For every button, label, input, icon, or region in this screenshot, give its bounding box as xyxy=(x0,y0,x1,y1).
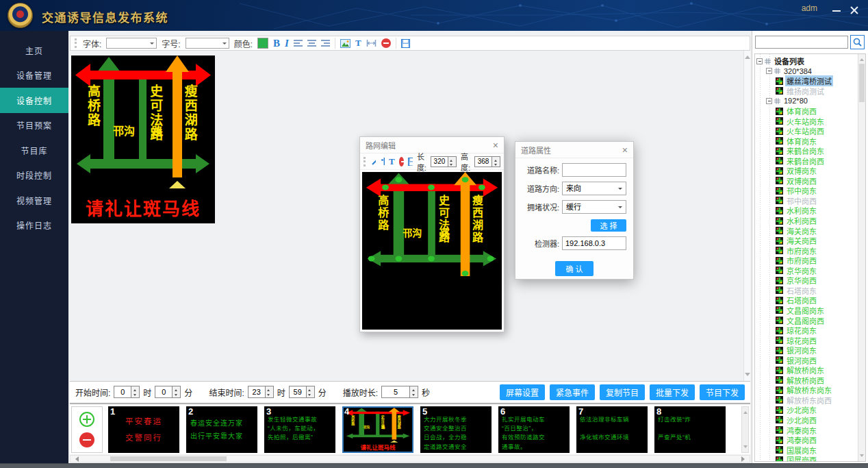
tree-row[interactable]: 海关岗西 xyxy=(755,236,865,246)
tree-row[interactable]: 水利岗西 xyxy=(755,216,865,226)
tree-row[interactable]: 石塔岗东 xyxy=(755,286,865,296)
window-minimize-button[interactable] xyxy=(831,5,842,16)
sidebar-item[interactable]: 节目预案 xyxy=(0,113,68,138)
tree-row[interactable]: 琼花岗东 xyxy=(755,325,865,336)
text-tool-icon[interactable]: T xyxy=(389,156,395,167)
height-spin-buttons[interactable] xyxy=(492,156,500,167)
roadnet-sign-preview[interactable]: 高桥路 史可法路 瘦西湖路 邗沟 路 请礼让斑马线 xyxy=(362,172,502,306)
draw-line-icon[interactable] xyxy=(371,157,376,166)
scrollbar-thumb[interactable] xyxy=(110,456,227,461)
led-sign-preview[interactable]: 高桥路 史可法路 瘦西湖路 邗沟 路 请礼让斑马线 xyxy=(71,56,215,223)
search-button[interactable] xyxy=(850,35,865,49)
start-hour-spin-buttons[interactable] xyxy=(131,386,140,398)
tree-row[interactable]: 解放桥东岗西 xyxy=(755,395,865,406)
tree-row[interactable]: 沙北岗东 xyxy=(755,405,865,415)
tree-row[interactable]: 文昌阁岗西 xyxy=(755,315,865,325)
scroll-down-icon[interactable] xyxy=(860,454,864,459)
start-minute-input[interactable] xyxy=(155,386,173,398)
tree-row[interactable]: 国展岗西 xyxy=(755,455,865,462)
tree-row[interactable]: 文昌阁岗东 xyxy=(755,306,865,316)
window-close-button[interactable] xyxy=(849,5,860,16)
spacing-icon[interactable] xyxy=(366,39,376,47)
playlist-item-selected[interactable]: 4 xyxy=(342,406,413,453)
color-swatch[interactable] xyxy=(257,38,268,49)
playlist-item[interactable]: 8 打击改装“炸 严查严处“机 xyxy=(654,406,726,453)
align-right-icon[interactable] xyxy=(321,40,330,47)
insert-text-icon[interactable]: T xyxy=(355,38,361,49)
dialog-titlebar[interactable]: 路网编辑 × xyxy=(360,137,504,153)
canvas-vertical-scrollbar[interactable] xyxy=(743,51,750,381)
sidebar-item[interactable]: 设备管理 xyxy=(0,63,68,88)
bold-button[interactable]: B xyxy=(273,38,280,49)
duration-spin-buttons[interactable] xyxy=(410,386,418,398)
scroll-up-icon[interactable] xyxy=(745,53,750,59)
toolbar-grip[interactable] xyxy=(363,157,366,167)
confirm-button[interactable]: 确 认 xyxy=(555,261,593,276)
tree-row[interactable]: 水利岗东 xyxy=(755,206,865,216)
logged-in-user[interactable]: adm xyxy=(802,3,817,13)
design-canvas[interactable]: 高桥路 史可法路 瘦西湖路 邗沟 路 请礼让斑马线 路网编辑 × T xyxy=(70,51,750,381)
roadnet-canvas[interactable]: 高桥路 史可法路 瘦西湖路 邗沟 路 请礼让斑马线 xyxy=(362,172,502,330)
tree-row[interactable]: 邗中岗东 xyxy=(755,186,865,196)
device-search-input[interactable] xyxy=(755,36,848,49)
action-button[interactable]: 屏幕设置 xyxy=(500,384,545,400)
scroll-down-icon[interactable] xyxy=(743,445,748,450)
tree-row[interactable]: 沙北岗西 xyxy=(755,415,865,426)
tree-row[interactable]: 琼花岗西 xyxy=(755,335,865,345)
font-family-select[interactable] xyxy=(106,38,157,49)
tree-row[interactable]: 海关岗东 xyxy=(755,225,865,236)
save-icon[interactable] xyxy=(401,39,410,48)
tree-row[interactable]: 维扬岗测试 xyxy=(755,86,865,97)
tree-row[interactable]: 火车站岗东 xyxy=(755,116,865,126)
tree-row[interactable]: 市府岗东 xyxy=(755,245,865,256)
tree-row[interactable]: 体育岗东 xyxy=(755,136,865,146)
sidebar-item[interactable]: 操作日志 xyxy=(0,213,68,238)
add-item-button[interactable] xyxy=(79,412,94,427)
toolbar-grip[interactable] xyxy=(75,38,77,48)
sidebar-item[interactable]: 节目库 xyxy=(0,138,68,163)
font-size-select[interactable] xyxy=(186,38,229,49)
scroll-up-icon[interactable] xyxy=(860,56,864,61)
road-name-input[interactable] xyxy=(562,163,626,177)
start-minute-spin-buttons[interactable] xyxy=(173,386,181,398)
delete-node-icon[interactable] xyxy=(399,157,405,167)
playlist-item[interactable]: 5 大力开展秋冬季 交通安全整治百 日会战，全力稳 定道路交通安全 形势！ xyxy=(420,406,492,453)
tree-scrollbar[interactable] xyxy=(858,54,865,461)
tree-row[interactable]: 192*80 xyxy=(755,96,865,106)
action-button[interactable]: 批量下发 xyxy=(650,384,695,400)
playlist-item[interactable]: 7 依法治理非标车辆 净化城市交通环境 xyxy=(576,406,648,453)
scroll-right-icon[interactable] xyxy=(741,456,748,462)
tree-row[interactable]: 银河岗西 xyxy=(755,355,865,365)
action-button[interactable]: 紧急事件 xyxy=(550,384,595,400)
italic-button[interactable]: I xyxy=(285,38,289,49)
action-button[interactable]: 复制节目 xyxy=(600,384,645,400)
expand-toggle-icon[interactable] xyxy=(756,58,763,64)
start-hour-input[interactable] xyxy=(114,386,131,398)
scrollbar-thumb[interactable] xyxy=(859,64,865,102)
tree-row[interactable]: 来鹤台岗东 xyxy=(755,146,865,156)
close-icon[interactable]: × xyxy=(622,145,628,155)
align-center-icon[interactable] xyxy=(307,40,316,47)
tree-row[interactable]: 设备列表 xyxy=(755,56,865,66)
length-spin-buttons[interactable] xyxy=(448,156,457,167)
end-hour-input[interactable] xyxy=(248,386,266,398)
tree-row[interactable]: 火车站岗西 xyxy=(755,126,865,136)
junction-icon[interactable] xyxy=(380,157,385,166)
tree-row[interactable]: 市府岗西 xyxy=(755,256,865,266)
tree-row[interactable]: 京华岗西 xyxy=(755,275,865,286)
playlist-item[interactable]: 1 平安春运 交警同行 xyxy=(108,406,179,453)
tree-row[interactable]: 双博岗西 xyxy=(755,176,865,186)
playlist-item[interactable]: 3 发生轻微交通事故 “人未伤，车能动， 先拍照，后撤离” xyxy=(264,406,335,453)
end-minute-spin-buttons[interactable] xyxy=(307,386,315,398)
sidebar-item[interactable]: 视频管理 xyxy=(0,188,68,213)
tree-row[interactable]: 邗中岗西 xyxy=(755,196,865,206)
tree-row[interactable]: 双博岗东 xyxy=(755,166,865,176)
tree-row[interactable]: 石塔岗西 xyxy=(755,295,865,306)
delete-icon[interactable] xyxy=(381,38,391,48)
sidebar-item[interactable]: 主页 xyxy=(0,38,68,63)
tree-row[interactable]: 银河岗东 xyxy=(755,345,865,356)
insert-image-icon[interactable] xyxy=(340,39,350,48)
tree-row[interactable]: 解放桥岗西 xyxy=(755,375,865,386)
playlist-item[interactable]: 2 春运安全连万家 出行平安靠大家 xyxy=(186,406,257,453)
scroll-down-icon[interactable] xyxy=(745,373,750,379)
